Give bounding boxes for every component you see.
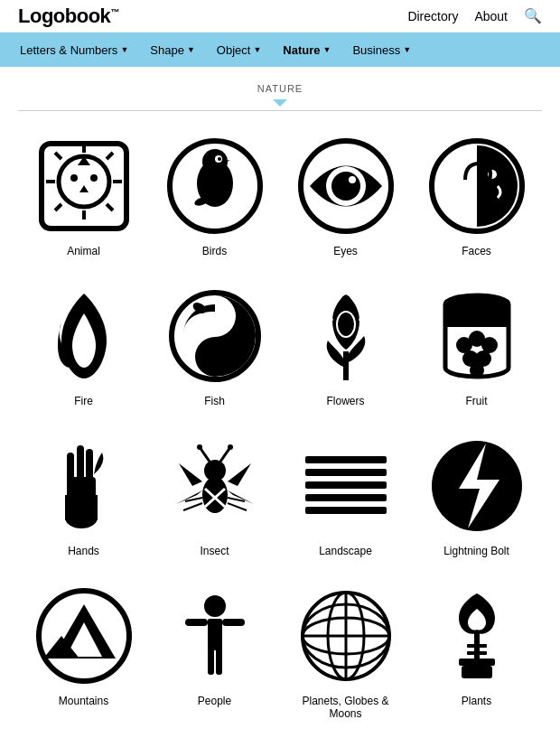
eyes-label: Eyes — [333, 245, 358, 257]
nav-label: Business — [352, 43, 400, 57]
flowers-label: Flowers — [326, 395, 364, 407]
header-nav: Directory About 🔍 — [407, 7, 542, 24]
category-landscape[interactable]: Landscape — [280, 420, 411, 570]
fruit-label: Fruit — [466, 395, 488, 407]
svg-rect-47 — [67, 453, 74, 481]
category-planets[interactable]: Planets, Globes & Moons — [280, 570, 411, 733]
svg-rect-49 — [86, 449, 93, 481]
nav-label: Nature — [283, 43, 320, 57]
logo-tm: ™ — [110, 6, 119, 16]
nav-label: Letters & Numbers — [20, 43, 117, 57]
svg-point-50 — [202, 477, 228, 513]
birds-icon — [165, 136, 265, 236]
search-icon[interactable]: 🔍 — [524, 7, 542, 24]
plants-icon — [427, 586, 527, 686]
svg-rect-62 — [305, 456, 387, 463]
svg-rect-84 — [462, 666, 492, 678]
hands-label: Hands — [68, 545, 99, 557]
about-link[interactable]: About — [474, 9, 508, 23]
category-people[interactable]: People — [149, 570, 280, 733]
category-flowers[interactable]: Flowers — [280, 270, 411, 420]
nav-item-letters[interactable]: Letters & Numbers ▼ — [11, 38, 137, 62]
category-fish[interactable]: Fish — [149, 270, 280, 420]
fire-icon — [34, 286, 134, 386]
fish-label: Fish — [204, 395, 225, 407]
svg-rect-66 — [305, 507, 387, 514]
nav-item-business[interactable]: Business ▼ — [343, 38, 420, 62]
svg-point-12 — [90, 174, 98, 182]
nav-arrow: ▼ — [253, 45, 261, 54]
lightning-icon — [427, 436, 527, 536]
nav-label: Object — [217, 43, 251, 57]
insect-icon — [165, 436, 265, 536]
top-nav: Letters & Numbers ▼ Shape ▼ Object ▼ Nat… — [0, 33, 560, 67]
category-trees[interactable]: Trees — [280, 733, 411, 738]
category-grid: Animal Birds — [0, 111, 560, 738]
plants-label: Plants — [462, 695, 491, 707]
directory-link[interactable]: Directory — [407, 9, 458, 23]
nav-label: Shape — [150, 43, 184, 57]
svg-point-51 — [204, 460, 226, 481]
category-fire[interactable]: Fire — [18, 270, 149, 420]
insect-label: Insect — [200, 545, 229, 557]
landscape-icon — [296, 436, 396, 536]
nav-item-nature[interactable]: Nature ▼ — [274, 38, 340, 62]
nav-arrow: ▼ — [120, 45, 128, 54]
fire-label: Fire — [74, 395, 93, 407]
logo-text: Logobook™ — [18, 5, 119, 28]
category-water[interactable]: Water — [411, 733, 542, 738]
svg-point-32 — [210, 312, 220, 322]
svg-line-59 — [183, 503, 202, 510]
people-label: People — [198, 695, 231, 707]
category-sun[interactable]: Sun — [149, 733, 280, 738]
svg-rect-75 — [208, 648, 214, 675]
nature-dropdown: NATURE — [0, 74, 560, 110]
category-hands[interactable]: Hands — [18, 420, 149, 570]
svg-line-61 — [228, 503, 247, 510]
svg-point-71 — [204, 595, 226, 617]
svg-rect-87 — [467, 644, 487, 648]
nav-item-object[interactable]: Object ▼ — [208, 38, 271, 62]
svg-rect-86 — [467, 651, 487, 655]
category-lightning[interactable]: Lightning Bolt — [411, 420, 542, 570]
nav-arrow: ▼ — [403, 45, 411, 54]
category-fruit[interactable]: Fruit — [411, 270, 542, 420]
svg-rect-73 — [185, 619, 208, 626]
animal-icon — [34, 136, 134, 236]
mountains-label: Mountains — [59, 695, 108, 707]
hands-icon — [34, 436, 134, 536]
flowers-icon — [296, 286, 396, 386]
lightning-label: Lightning Bolt — [443, 545, 509, 557]
svg-point-42 — [470, 363, 484, 378]
svg-rect-63 — [305, 469, 387, 476]
svg-point-28 — [477, 195, 482, 201]
nav-item-shape[interactable]: Shape ▼ — [141, 38, 204, 62]
eyes-icon — [296, 136, 396, 236]
category-mountains[interactable]: Mountains — [18, 570, 149, 733]
faces-icon — [427, 136, 527, 236]
svg-point-20 — [218, 157, 221, 161]
category-eyes[interactable]: Eyes — [280, 120, 411, 270]
svg-rect-48 — [77, 445, 84, 480]
category-stars[interactable]: Stars — [18, 733, 149, 738]
category-animal[interactable]: Animal — [18, 120, 149, 270]
category-birds[interactable]: Birds — [149, 120, 280, 270]
logo-name: Logobook — [18, 5, 110, 27]
svg-rect-65 — [305, 494, 387, 501]
fruit-icon — [427, 286, 527, 386]
svg-rect-43 — [474, 295, 480, 309]
logo-area[interactable]: Logobook™ — [18, 5, 119, 28]
birds-label: Birds — [202, 245, 227, 257]
svg-rect-74 — [222, 619, 245, 626]
people-icon — [165, 586, 265, 686]
svg-rect-72 — [208, 619, 222, 650]
svg-rect-64 — [305, 481, 387, 489]
nav-arrow: ▼ — [187, 45, 195, 54]
category-plants[interactable]: Plants — [411, 570, 542, 733]
nav-arrow: ▼ — [323, 45, 331, 54]
svg-point-11 — [70, 174, 78, 182]
category-faces[interactable]: Faces — [411, 120, 542, 270]
svg-point-54 — [197, 444, 202, 450]
nature-label: NATURE — [0, 74, 560, 110]
category-insect[interactable]: Insect — [149, 420, 280, 570]
